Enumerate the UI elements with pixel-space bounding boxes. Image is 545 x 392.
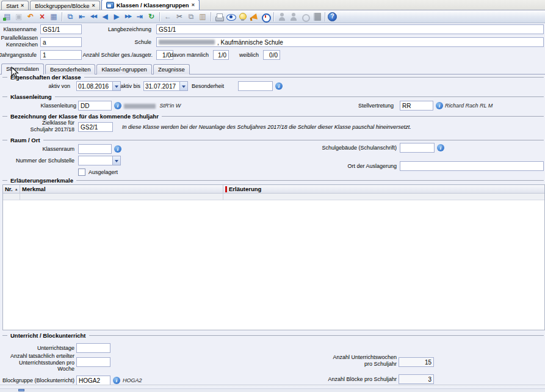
next-record-icon[interactable]: ▶	[111, 12, 122, 22]
previous-record-icon[interactable]: ◀	[99, 12, 110, 22]
megaphone-icon[interactable]	[248, 12, 259, 22]
langbezeichnung-input[interactable]	[156, 24, 544, 34]
auslagerung-input[interactable]	[400, 161, 544, 171]
stellvertretung-input[interactable]	[400, 101, 433, 111]
chevron-down-icon[interactable]	[112, 82, 120, 90]
langbezeichnung-label: Langbezeichnung	[108, 26, 151, 32]
print-icon[interactable]	[214, 12, 225, 22]
last-record-icon[interactable]: ⇥	[134, 12, 145, 22]
klassenleitung-input[interactable]	[78, 101, 112, 111]
blockgruppe-input[interactable]	[76, 376, 110, 385]
info-icon[interactable]: i	[275, 82, 283, 90]
hint-lightbulb-icon[interactable]	[237, 12, 248, 22]
splitter-grip[interactable]	[18, 389, 24, 391]
tab-klassengruppen[interactable]: Klasse/-ngruppen	[96, 64, 151, 74]
klassenraum-input[interactable]	[78, 144, 112, 154]
schulstelle-input[interactable]	[79, 156, 112, 165]
tab-besonderheiten[interactable]: Besonderheiten	[45, 64, 96, 74]
toolbar-separator	[273, 12, 274, 21]
filter-cell[interactable]	[223, 194, 544, 200]
back-icon[interactable]: ←	[162, 12, 173, 22]
close-icon[interactable]: ×	[92, 2, 95, 9]
preview-eye-icon[interactable]	[225, 12, 236, 22]
toolbar-separator	[211, 12, 211, 21]
copy-icon[interactable]: ⧉	[186, 12, 197, 22]
column-header-nr[interactable]: Nr. ▲	[3, 185, 20, 193]
wochen-pro-schuljahr-label: Anzahl Unterrichtswochen pro Schuljahr	[333, 354, 397, 367]
edit-table-icon[interactable]: ▦	[48, 12, 59, 22]
info-icon[interactable]: i	[113, 377, 120, 384]
aktiv-von-input[interactable]	[77, 82, 112, 90]
davon-maennlich-input[interactable]	[213, 50, 229, 60]
info-icon[interactable]: i	[436, 102, 443, 109]
info-icon[interactable]: i	[114, 102, 121, 109]
doc-tab-label: Start	[6, 2, 18, 9]
refresh-icon[interactable]: ↻	[146, 12, 157, 22]
aktiv-von-label: aktiv von	[48, 83, 70, 89]
doc-tab-blockgruppen[interactable]: Blockgruppen/Blöcke ×	[30, 1, 100, 10]
cut-icon[interactable]: ✂	[174, 12, 185, 22]
info-icon[interactable]: i	[114, 145, 121, 153]
column-header-merkmal[interactable]: Merkmal	[20, 185, 223, 193]
schule-field[interactable]: , Kaufmännische Schule	[156, 37, 544, 47]
previous-block-icon[interactable]: ◀◀	[88, 12, 99, 22]
schulgebaeude-input[interactable]	[400, 143, 435, 153]
alarm-clock-icon[interactable]	[260, 12, 271, 22]
badge-icon[interactable]	[300, 12, 311, 22]
zielklasse-label: Zielklasse für Schuljahr 2017/18	[30, 120, 74, 132]
delete-record-icon[interactable]: ×	[37, 12, 48, 22]
save-icon[interactable]: ▣	[13, 12, 24, 22]
notebook-icon[interactable]	[311, 12, 322, 22]
zielklasse-input[interactable]	[78, 122, 113, 132]
aktiv-bis-datepicker[interactable]	[143, 81, 188, 91]
column-header-erlaeuterung[interactable]: Erläuterung	[223, 185, 544, 193]
section-eigenschaften: Eigenschaften der Klasse	[2, 77, 544, 78]
person-icon[interactable]	[276, 12, 287, 22]
next-block-icon[interactable]: ▶▶	[123, 12, 134, 22]
weiblich-input[interactable]	[263, 50, 280, 60]
first-record-icon[interactable]: ⇤	[76, 12, 87, 22]
splitter-handle[interactable]	[0, 385, 545, 387]
chevron-down-icon[interactable]	[179, 82, 187, 90]
filter-cell[interactable]	[3, 194, 20, 200]
besonderheit-input[interactable]	[238, 81, 273, 91]
undo-icon[interactable]: ↶	[25, 12, 36, 22]
chevron-down-icon[interactable]	[112, 156, 120, 165]
tab-stammdaten[interactable]: Stammdaten	[1, 64, 44, 74]
info-icon[interactable]: i	[437, 144, 444, 151]
section-title: Bezeichnung der Klasse für das kommende …	[7, 113, 162, 120]
schulstelle-dropdown[interactable]	[78, 156, 121, 165]
klassenleitung-hint: StR'in W	[124, 103, 181, 109]
aktiv-von-datepicker[interactable]	[76, 81, 121, 91]
ausgelagert-label: Ausgelagert	[88, 169, 118, 175]
filter-cell[interactable]	[20, 194, 223, 200]
klassenname-input[interactable]	[40, 24, 82, 34]
merkmale-table: Nr. ▲ Merkmal Erläuterung	[2, 184, 545, 330]
paste-icon[interactable]: ▥	[197, 12, 208, 22]
parallelklassen-input[interactable]	[40, 37, 82, 47]
ausgelagert-checkbox[interactable]	[78, 169, 85, 176]
doc-tab-label: Klassen / Klassengruppen	[117, 2, 189, 9]
copy-record-icon[interactable]: ⧉	[65, 12, 76, 22]
stunden-pro-woche-input[interactable]	[76, 357, 110, 367]
unterrichtstage-input[interactable]	[76, 343, 110, 353]
bloecke-pro-schuljahr-input[interactable]	[399, 374, 434, 384]
help-icon[interactable]: ?	[328, 12, 337, 21]
wochen-pro-schuljahr-input[interactable]	[399, 357, 434, 367]
section-unterricht: Unterricht / Blockunterricht	[2, 335, 544, 336]
schule-value-suffix: , Kaufmännische Schule	[217, 39, 283, 46]
section-zielklasse: Bezeichnung der Klasse für das kommende …	[2, 116, 544, 117]
doc-tab-klassen[interactable]: Klassen / Klassengruppen ×	[101, 0, 200, 10]
aktiv-bis-input[interactable]	[144, 82, 179, 90]
bloecke-pro-schuljahr-label: Anzahl Blöcke pro Schuljahr	[328, 376, 397, 382]
person-group-icon[interactable]	[288, 12, 299, 22]
close-icon[interactable]: ×	[192, 2, 195, 8]
tab-zeugnisse[interactable]: Zeugnisse	[153, 64, 190, 74]
section-merkmale: Erläuterungsmerkmale	[2, 180, 544, 181]
jahrgangsstufe-input[interactable]	[40, 50, 82, 60]
doc-tab-start[interactable]: Start ×	[1, 1, 29, 10]
section-title: Klassenleitung	[7, 93, 55, 100]
stunden-pro-woche-label: Anzahl tatsächlich erteilter Unterrichts…	[10, 353, 74, 372]
new-record-icon[interactable]: ▤	[2, 12, 13, 22]
close-icon[interactable]: ×	[21, 2, 24, 9]
